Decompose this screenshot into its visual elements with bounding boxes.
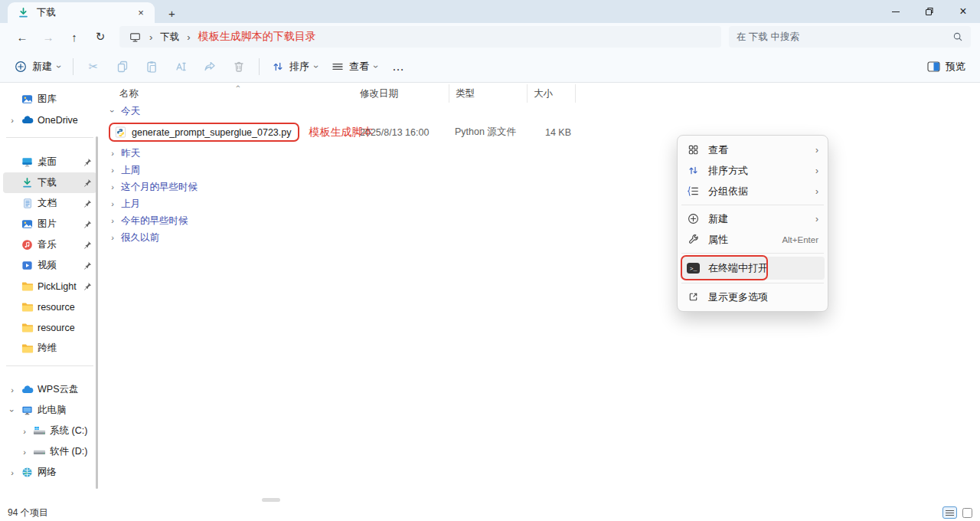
restore-button[interactable] (913, 0, 946, 23)
system-drive-icon (33, 426, 46, 437)
preview-button[interactable]: 预览 (920, 54, 972, 79)
chevron-right-icon[interactable]: › (20, 427, 29, 436)
column-header-date[interactable]: 修改日期 (360, 87, 449, 100)
rename-button[interactable] (166, 54, 195, 79)
group-header-yesterday[interactable]: › 昨天 (109, 145, 980, 162)
chevron-right-icon[interactable]: › (8, 468, 17, 477)
folder-icon (21, 343, 34, 353)
column-header-size[interactable]: 大小 (527, 84, 576, 103)
group-header-today[interactable]: › 今天 (109, 103, 980, 120)
sidebar-item-resource-1[interactable]: resource (3, 297, 96, 317)
sidebar-item-pictures[interactable]: 图片 (3, 214, 96, 234)
sidebar-item-desktop[interactable]: 桌面 (3, 152, 96, 172)
tab-close-icon[interactable]: × (135, 7, 147, 18)
chevron-right-icon[interactable]: › (109, 233, 116, 242)
group-header-earlier-this-year[interactable]: › 今年的早些时候 (109, 212, 980, 229)
file-size: 14 KB (527, 127, 576, 138)
large-icons-view-button[interactable] (962, 508, 972, 518)
file-row[interactable]: generate_prompt_superglue_0723.py 模板生成脚本… (109, 120, 980, 145)
minimize-button[interactable] (879, 0, 913, 23)
up-button[interactable]: ↑ (61, 31, 87, 44)
cut-button[interactable]: ✂ (79, 54, 108, 79)
search-input[interactable] (737, 31, 952, 42)
sort-button-label: 排序 (289, 60, 309, 74)
sidebar-item-resource-2[interactable]: resource (3, 317, 96, 338)
this-pc-icon (129, 31, 142, 43)
chevron-right-icon[interactable]: › (8, 116, 17, 125)
open-external-icon (687, 291, 700, 303)
sidebar-item-videos[interactable]: 视频 (3, 255, 96, 276)
this-pc-icon (21, 405, 34, 416)
gallery-icon (21, 93, 34, 105)
menu-item-new[interactable]: 新建 › (681, 208, 825, 229)
chevron-right-icon[interactable]: › (109, 216, 116, 225)
sidebar-divider (6, 137, 93, 138)
pictures-icon (21, 218, 34, 230)
breadcrumb-item-downloads[interactable]: 下载 (160, 31, 179, 44)
chevron-right-icon[interactable]: › (109, 165, 116, 175)
trash-icon (233, 61, 245, 73)
sidebar-item-gallery[interactable]: 图库 (3, 89, 96, 110)
sidebar-item-network[interactable]: › 网络 (3, 462, 96, 483)
column-header-type[interactable]: 类型 (449, 84, 527, 103)
sidebar-item-onedrive[interactable]: › OneDrive (3, 110, 96, 130)
paste-button[interactable] (137, 54, 166, 79)
column-header-name[interactable]: 名称 (109, 87, 360, 100)
file-list-pane: › 名称 修改日期 类型 大小 › 今天 generate_prompt_sup… (100, 83, 980, 504)
menu-item-sort-by[interactable]: 排序方式 › (681, 160, 825, 181)
chevron-right-icon[interactable]: › (8, 385, 17, 395)
chevron-right-icon[interactable]: › (109, 149, 116, 158)
chevron-right-icon: › (149, 31, 152, 43)
share-button[interactable] (195, 54, 224, 79)
horizontal-scrollbar[interactable] (262, 498, 280, 502)
group-header-last-week[interactable]: › 上周 (109, 162, 980, 179)
document-icon (21, 198, 34, 209)
rename-icon (175, 61, 188, 73)
back-button[interactable]: ← (9, 31, 35, 44)
file-type: Python 源文件 (449, 126, 527, 139)
new-tab-button[interactable]: + (168, 8, 175, 19)
chevron-right-icon[interactable]: › (109, 199, 116, 208)
copy-button[interactable] (108, 54, 137, 79)
group-header-earlier-this-month[interactable]: › 这个月的早些时候 (109, 179, 980, 195)
details-view-button[interactable] (942, 506, 957, 519)
sidebar-item-wps-cloud[interactable]: › WPS云盘 (3, 379, 96, 400)
sidebar-item-picklight[interactable]: PickLight (3, 276, 96, 297)
plus-circle-icon (687, 213, 700, 224)
menu-item-group-by[interactable]: 分组依据 › (681, 181, 825, 202)
breadcrumb[interactable]: › 下载 › 模板生成脚本的下载目录 (119, 26, 721, 48)
sidebar-item-drive-c[interactable]: › 系统 (C:) (3, 421, 96, 441)
chevron-down-icon[interactable]: › (8, 406, 17, 415)
plus-circle-icon (15, 61, 27, 73)
menu-item-properties[interactable]: 属性 Alt+Enter (681, 229, 825, 250)
explorer-tab[interactable]: 下载 × (8, 2, 155, 23)
file-name-cell[interactable]: generate_prompt_superglue_0723.py 模板生成脚本 (109, 123, 360, 142)
menu-item-open-in-terminal[interactable]: >_ 在终端中打开 (681, 257, 825, 280)
refresh-button[interactable]: ↻ (87, 30, 113, 44)
close-button[interactable]: × (946, 0, 980, 23)
menu-item-show-more-options[interactable]: 显示更多选项 (681, 287, 825, 307)
group-header-last-month[interactable]: › 上月 (109, 195, 980, 212)
sidebar-item-music[interactable]: 音乐 (3, 234, 96, 255)
new-button[interactable]: 新建 › (8, 54, 67, 79)
forward-button[interactable]: → (35, 31, 61, 44)
sidebar-item-downloads[interactable]: 下载 (3, 172, 96, 193)
pin-icon (83, 158, 92, 166)
sidebar-scrollbar[interactable] (96, 136, 98, 489)
sidebar-item-documents[interactable]: 文档 (3, 193, 96, 214)
group-header-long-ago[interactable]: › 很久以前 (109, 229, 980, 246)
sidebar-item-this-pc[interactable]: › 此电脑 (3, 400, 96, 421)
context-menu: 查看 › 排序方式 › 分组依据 › 新建 › 属性 Alt+Enter >_ … (677, 135, 828, 312)
view-button[interactable]: 查看 › (325, 54, 384, 79)
delete-button[interactable] (224, 54, 253, 79)
menu-item-view[interactable]: 查看 › (681, 139, 825, 160)
sidebar-item-drive-d[interactable]: › 软件 (D:) (3, 441, 96, 462)
window-controls: × (879, 0, 980, 23)
sidebar-item-kuawei[interactable]: 跨维 (3, 338, 96, 359)
sort-button[interactable]: 排序 › (265, 54, 325, 79)
chevron-right-icon[interactable]: › (109, 182, 116, 192)
chevron-down-icon[interactable]: › (108, 107, 117, 115)
see-more-button[interactable]: … (384, 60, 413, 74)
chevron-right-icon[interactable]: › (20, 447, 29, 457)
search-box[interactable] (729, 26, 971, 48)
